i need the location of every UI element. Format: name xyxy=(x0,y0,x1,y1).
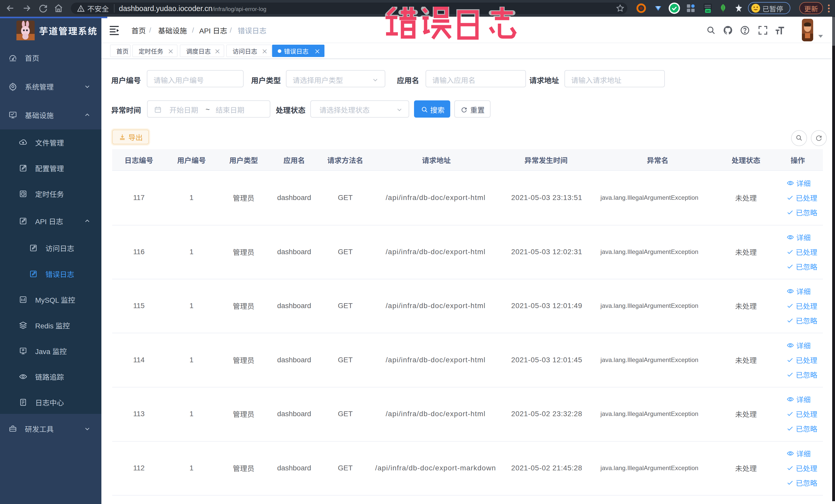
svg-text:on: on xyxy=(706,9,710,12)
